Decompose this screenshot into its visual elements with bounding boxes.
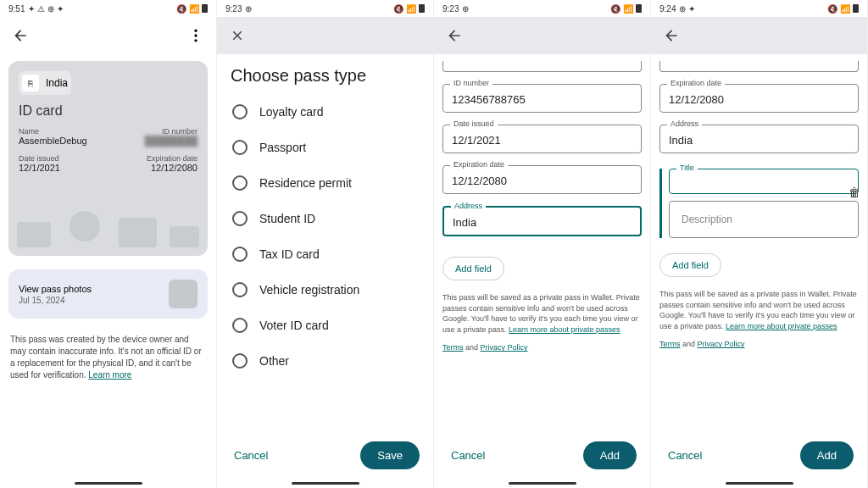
idnum-label: ID number [145, 127, 198, 136]
terms-link[interactable]: Terms [442, 343, 464, 352]
radio-vehicle[interactable]: Vehicle registration [217, 272, 433, 308]
terms-link[interactable]: Terms [659, 340, 681, 348]
bottom-bar: Cancel Add [651, 433, 867, 478]
clock: 9:24 [659, 4, 676, 14]
disclaimer-text: This pass was created by the device owne… [10, 334, 206, 381]
add-field-button[interactable]: Add field [442, 257, 504, 280]
privacy-link[interactable]: Privacy Policy [481, 343, 528, 352]
pass-type-list: Loyalty card Passport Residence permit S… [217, 91, 433, 382]
cancel-button[interactable]: Cancel [231, 442, 271, 469]
photo-thumbnail [169, 280, 198, 308]
cancel-button[interactable]: Cancel [448, 442, 488, 469]
custom-desc-field[interactable]: Description [669, 201, 859, 238]
status-bar: 9:23 ⊕ 🔇📶 [434, 0, 650, 17]
svg-rect-3 [17, 222, 51, 247]
svg-rect-5 [119, 218, 157, 247]
prev-field-cutoff[interactable] [659, 61, 859, 72]
back-icon[interactable] [10, 25, 31, 46]
back-icon[interactable] [661, 25, 682, 46]
exp-label: Expiration date [147, 154, 198, 163]
issued-value: 12/1/2021 [19, 163, 60, 173]
svg-point-1 [194, 34, 197, 36]
idnum-value: ████████ [145, 136, 198, 146]
exp-date-value: 12/12/2080 [452, 175, 632, 188]
prev-field-cutoff[interactable] [442, 61, 642, 72]
more-icon[interactable] [186, 25, 206, 46]
status-bar: 9:24 ⊕ ✦ 🔇📶 [651, 0, 867, 17]
svg-point-0 [194, 30, 197, 32]
page-heading: Choose pass type [217, 54, 433, 91]
date-issued-value: 12/1/2021 [452, 134, 632, 147]
custom-title-field[interactable]: Title [669, 169, 859, 194]
app-bar [0, 17, 216, 54]
add-button[interactable]: Add [583, 441, 637, 469]
private-pass-info: This pass will be saved as a private pas… [659, 289, 859, 331]
name-value: AssembleDebug [19, 136, 87, 146]
clock: 9:23 [442, 4, 459, 14]
exp-date-field[interactable]: Expiration date 12/12/2080 [442, 165, 642, 194]
radio-other[interactable]: Other [217, 343, 433, 379]
exp-date-value: 12/12/2080 [669, 93, 849, 107]
clock: 9:23 [225, 4, 242, 14]
screen-choose-type: 9:23 ⊕ 🔇📶 Choose pass type Loyalty card … [217, 0, 434, 488]
address-value: India [453, 216, 632, 230]
name-label: Name [19, 127, 87, 136]
private-pass-info: This pass will be saved as a private pas… [442, 292, 642, 335]
close-icon[interactable] [227, 25, 248, 46]
save-button[interactable]: Save [360, 441, 420, 469]
app-bar [434, 17, 650, 54]
form-area: ID number 123456788765 Date issued 12/1/… [434, 54, 650, 433]
exp-date-field[interactable]: Expiration date 12/12/2080 [659, 84, 859, 113]
radio-residence[interactable]: Residence permit [217, 165, 433, 201]
cancel-button[interactable]: Cancel [665, 442, 705, 469]
radio-voter[interactable]: Voter ID card [217, 308, 433, 343]
nav-bar [0, 478, 216, 488]
id-card-preview[interactable]: ⎘ India ID card Name AssembleDebug ID nu… [8, 61, 208, 256]
screen-form-b: 9:24 ⊕ ✦ 🔇📶 Expiration date 12/12/2080 A… [651, 0, 868, 488]
date-issued-field[interactable]: Date issued 12/1/2021 [442, 125, 642, 153]
terms-line: Terms and Privacy Policy [442, 343, 642, 352]
radio-student[interactable]: Student ID [217, 201, 433, 236]
card-decoration [8, 197, 208, 256]
terms-line: Terms and Privacy Policy [659, 340, 859, 348]
screen-pass-detail: 9:51 ✦ ⚠ ⊕ ✦ 🔇📶 ⎘ India ID card Name Ass… [0, 0, 217, 488]
add-button[interactable]: Add [800, 441, 854, 469]
radio-loyalty[interactable]: Loyalty card [217, 94, 433, 130]
add-field-button[interactable]: Add field [659, 253, 721, 277]
status-bar: 9:23 ⊕ 🔇📶 [217, 0, 433, 17]
id-number-value: 123456788765 [452, 93, 632, 107]
privacy-link[interactable]: Privacy Policy [698, 340, 745, 348]
view-photos-date: Jul 15, 2024 [19, 296, 92, 305]
address-field[interactable]: Address India [442, 206, 642, 236]
app-bar [651, 17, 867, 54]
form-area: Expiration date 12/12/2080 Address India… [651, 54, 867, 433]
exp-value: 12/12/2080 [147, 163, 198, 173]
clock: 9:51 [8, 4, 25, 14]
radio-taxid[interactable]: Tax ID card [217, 236, 433, 272]
nav-bar [651, 478, 867, 488]
address-value: India [669, 134, 849, 147]
svg-point-2 [194, 39, 197, 42]
learn-more-link[interactable]: Learn more [88, 370, 131, 380]
svg-rect-6 [170, 226, 199, 247]
address-field[interactable]: Address India [659, 125, 859, 153]
bottom-bar: Cancel Save [217, 433, 433, 478]
screen-form-a: 9:23 ⊕ 🔇📶 ID number 123456788765 Date is… [434, 0, 651, 488]
back-icon[interactable] [444, 25, 465, 46]
custom-field-block: Title Description 🗑 [659, 169, 859, 238]
radio-passport[interactable]: Passport [217, 130, 433, 165]
nav-bar [217, 478, 433, 488]
card-title: ID card [19, 103, 198, 119]
svg-point-4 [70, 211, 100, 241]
view-photos-title: View pass photos [19, 284, 92, 294]
delete-icon[interactable]: 🗑 [849, 186, 860, 199]
bottom-bar: Cancel Add [434, 433, 650, 478]
app-bar [217, 17, 433, 54]
view-photos-card[interactable]: View pass photos Jul 15, 2024 [8, 269, 208, 319]
issued-label: Date issued [19, 154, 60, 163]
country-label: India [46, 77, 68, 89]
id-number-field[interactable]: ID number 123456788765 [442, 84, 642, 113]
learn-more-private-link[interactable]: Learn more about private passes [726, 322, 837, 330]
learn-more-private-link[interactable]: Learn more about private passes [509, 325, 620, 334]
nav-bar [434, 478, 650, 488]
